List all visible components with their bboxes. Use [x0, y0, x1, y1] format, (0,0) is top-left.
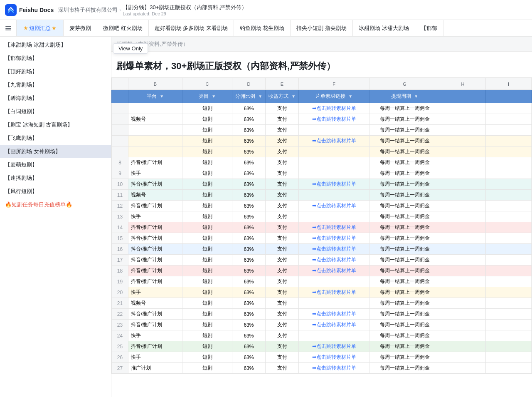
table-cell[interactable]: ➡点击跳转素材片单 — [299, 341, 369, 352]
filter-icon-withdraw[interactable]: ▼ — [414, 94, 418, 99]
table-cell[interactable]: ➡点击跳转素材片单 — [299, 352, 369, 363]
material-link[interactable]: ➡点击跳转素材片单 — [301, 267, 367, 274]
material-link[interactable]: ➡点击跳转素材片单 — [301, 181, 367, 188]
table-cell[interactable]: ➡点击跳转素材片单 — [299, 201, 369, 211]
sidebar-item-subo[interactable]: 【速播剧场】 — [0, 171, 111, 185]
table-cell[interactable]: ➡点击跳转素材片单 — [299, 255, 369, 265]
material-link[interactable]: ➡点击跳转素材片单 — [301, 310, 367, 318]
table-cell: 抖音/推广计划 — [128, 341, 182, 352]
table-cell: 63% — [232, 114, 266, 125]
sidebar-item-feiying[interactable]: 【飞鹰剧场】 — [0, 132, 111, 145]
table-cell[interactable]: ➡点击跳转素材片单 — [299, 103, 369, 114]
material-link[interactable]: ➡点击跳转素材片单 — [301, 246, 367, 253]
table-cell — [440, 352, 486, 363]
table-cell: 支付 — [266, 114, 299, 125]
tab-yuyu[interactable]: 【郁郁 — [415, 20, 443, 37]
table-cell — [440, 363, 486, 374]
sidebar-item-fire-list[interactable]: 🔥短剧任务每日充值榜单🔥 — [0, 198, 111, 211]
filter-icon-materials[interactable]: ▼ — [348, 94, 352, 99]
sidebar-item-fengxing[interactable]: 【风行短剧】 — [0, 185, 111, 198]
table-cell: 支付 — [266, 201, 299, 211]
sidebar-item-huaping[interactable]: 【画屏剧场 女神剧场】 — [0, 145, 111, 158]
table-cell[interactable]: ➡点击跳转素材片单 — [299, 287, 369, 298]
material-link[interactable]: ➡点击跳转素材片单 — [301, 235, 367, 242]
row-number: 11 — [112, 190, 128, 201]
table-row: 26快手短剧63%支付➡点击跳转素材片单每周一结算上一周佣金 — [112, 352, 532, 363]
table-cell[interactable]: ➡点击跳转素材片单 — [299, 265, 369, 276]
table-cell: 63% — [232, 211, 266, 222]
table-cell[interactable]: ➡点击跳转素材片单 — [299, 233, 369, 244]
sidebar-item-maimeng[interactable]: 【麦萌短剧】 — [0, 158, 111, 171]
tab-chaohaokan[interactable]: 超好看剧场 多多剧场 来看剧场 — [149, 20, 234, 37]
table-cell — [440, 157, 486, 168]
material-link[interactable]: ➡点击跳转素材片单 — [301, 354, 367, 361]
table-row: 短剧63%支付每周一结算上一周佣金 — [112, 146, 532, 157]
content-area: 版授权（内部资料,严禁外传） 剧爆单素材，30+剧场正版授权（内部资料,严禁外传… — [111, 37, 532, 397]
table-cell: 每周一结算上一周佣金 — [369, 330, 440, 341]
breadcrumb-separator: › — [119, 7, 121, 13]
material-link[interactable]: ➡点击跳转素材片单 — [301, 343, 367, 350]
table-cell — [440, 320, 486, 330]
material-link[interactable]: ➡点击跳转素材片单 — [301, 224, 367, 231]
header-materials: 片单素材链接 ▼ — [299, 90, 369, 103]
material-link[interactable]: ➡点击跳转素材片单 — [301, 365, 367, 372]
row-number: 15 — [112, 233, 128, 244]
breadcrumb-doc-title[interactable]: 【剧分钱】30+剧场正版授权（内部资料,严禁外传） — [123, 4, 247, 11]
material-link[interactable]: ➡点击跳转素材片单 — [301, 105, 367, 112]
table-cell: 支付 — [266, 265, 299, 276]
tab-maiya[interactable]: 麦芽微剧 — [64, 20, 97, 37]
sheet-wrapper[interactable]: 剧爆单素材，30+剧场正版授权（内部资料,严禁外传） — [111, 52, 532, 397]
table-cell: 63% — [232, 233, 266, 244]
table-cell: 63% — [232, 157, 266, 168]
table-cell: 63% — [232, 276, 266, 287]
table-cell — [440, 211, 486, 222]
filter-icon-revenue[interactable]: ▼ — [291, 94, 296, 99]
table-cell: 每周一结算上一周佣金 — [369, 233, 440, 244]
table-cell — [299, 146, 369, 157]
layers-button[interactable] — [0, 20, 17, 37]
sidebar-item-jubao[interactable]: 【剧宝 冰海短剧 古言剧场】 — [0, 118, 111, 132]
table-cell: 支付 — [266, 222, 299, 233]
tab-summary[interactable]: ★ 短剧汇总 ★ — [17, 20, 64, 37]
header-category: 类目 ▼ — [182, 90, 232, 103]
material-link[interactable]: ➡点击跳转素材片单 — [301, 202, 367, 209]
table-cell — [486, 179, 532, 190]
table-cell[interactable]: ➡点击跳转素材片单 — [299, 179, 369, 190]
table-row: 视频号短剧63%支付➡点击跳转素材片单每周一结算上一周佣金 — [112, 114, 532, 125]
material-link[interactable]: ➡点击跳转素材片单 — [301, 321, 367, 328]
filter-icon-commission[interactable]: ▼ — [258, 94, 262, 99]
sidebar-item-baici[interactable]: 【白词短剧】 — [0, 105, 111, 118]
table-cell — [486, 136, 532, 146]
row-number: 20 — [112, 287, 128, 298]
tab-bintian[interactable]: 冰甜剧场 冰甜大剧场 — [353, 20, 415, 37]
table-cell: 短剧 — [182, 136, 232, 146]
sidebar-item-bingtian[interactable]: 【冰甜剧场 冰甜大剧场】 — [0, 38, 111, 52]
sidebar-item-jiuxiao[interactable]: 【九霄剧场】 — [0, 78, 111, 92]
sidebar-item-yuyu[interactable]: 【郁郁剧场】 — [0, 52, 111, 65]
table-row: 短剧63%支付每周一结算上一周佣金 — [112, 125, 532, 136]
table-cell[interactable]: ➡点击跳转素材片单 — [299, 222, 369, 233]
sidebar-item-bihai[interactable]: 【碧海剧场】 — [0, 92, 111, 105]
table-cell: 支付 — [266, 190, 299, 201]
material-link[interactable]: ➡点击跳转素材片单 — [301, 137, 367, 144]
filter-icon-platform[interactable]: ▼ — [160, 94, 164, 99]
sidebar-item-dinghao[interactable]: 【顶好剧场】 — [0, 65, 111, 78]
table-cell[interactable]: ➡点击跳转素材片单 — [299, 114, 369, 125]
table-cell: 抖音/推广计划 — [128, 222, 182, 233]
table-cell: 抖音/推广计划 — [128, 244, 182, 255]
material-link[interactable]: ➡点击跳转素材片单 — [301, 289, 367, 296]
filter-icon-category[interactable]: ▼ — [212, 94, 216, 99]
table-cell[interactable]: ➡点击跳转素材片单 — [299, 244, 369, 255]
tab-zhijian[interactable]: 指尖小短剧 指尖剧场 — [291, 20, 353, 37]
material-link[interactable]: ➡点击跳转素材片单 — [301, 256, 367, 263]
tab-diaoyu[interactable]: 钓鱼剧场 花生剧场 — [234, 20, 291, 37]
table-cell[interactable]: ➡点击跳转素材片单 — [299, 309, 369, 320]
table-cell[interactable]: ➡点击跳转素材片单 — [299, 320, 369, 330]
table-cell[interactable]: ➡点击跳转素材片单 — [299, 363, 369, 374]
tab-weijuba[interactable]: 微剧吧 红火剧场 — [97, 20, 149, 37]
breadcrumb-company[interactable]: 深圳市格子科技有限公司 — [58, 6, 118, 14]
table-cell[interactable]: ➡点击跳转素材片单 — [299, 136, 369, 146]
table-cell: 支付 — [266, 298, 299, 309]
table-cell: 每周一结算上一周佣金 — [369, 125, 440, 136]
material-link[interactable]: ➡点击跳转素材片单 — [301, 116, 367, 123]
